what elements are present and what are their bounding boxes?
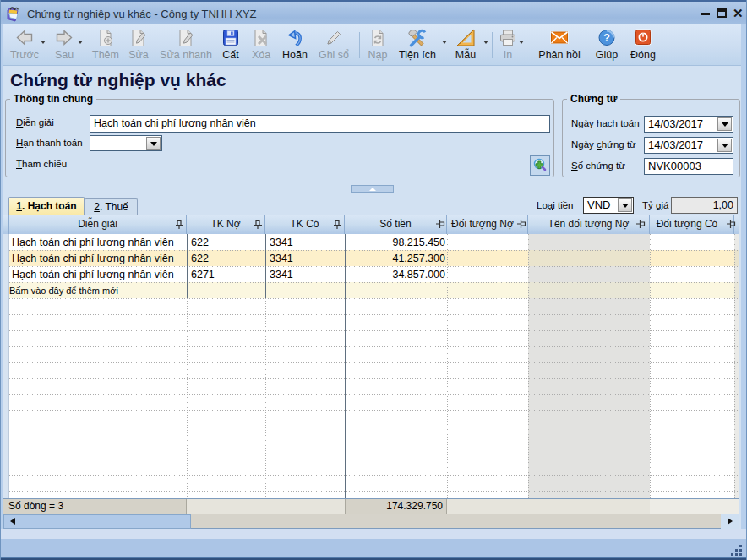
svg-text:?: ? [603,32,610,44]
